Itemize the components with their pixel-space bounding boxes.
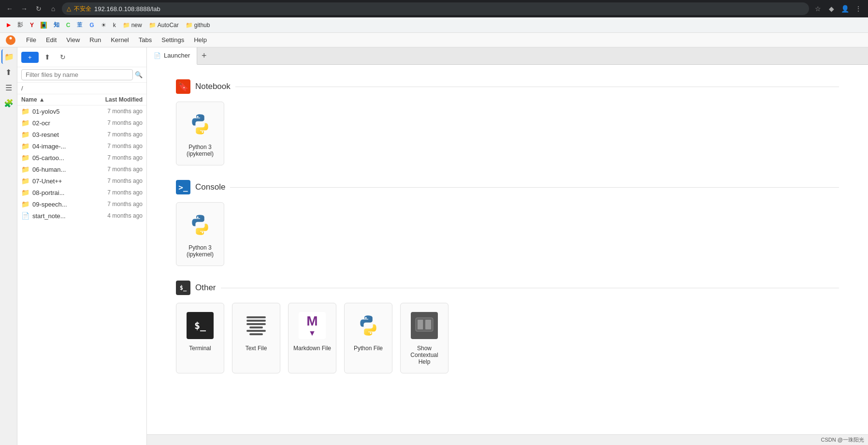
file-item[interactable]: 📁 04-image-... 7 months ago bbox=[17, 140, 146, 152]
tab-launcher[interactable]: 📄 Launcher bbox=[147, 47, 197, 65]
menu-file[interactable]: File bbox=[21, 34, 41, 45]
markdown-item[interactable]: M ▼ Markdown File bbox=[288, 303, 336, 373]
sidebar-extension-btn[interactable]: 🧩 bbox=[1, 96, 16, 110]
console-icon-glyph: >_ bbox=[178, 183, 188, 192]
home-button[interactable]: ⌂ bbox=[47, 3, 59, 15]
new-tab-button[interactable]: + bbox=[197, 49, 211, 63]
notebook-items: Python 3(ipykernel) bbox=[176, 102, 839, 165]
file-list-header: Name ▲ Last Modified bbox=[17, 94, 146, 105]
folder-icon: 📁 bbox=[149, 22, 156, 29]
bookmark-g[interactable]: G bbox=[87, 21, 97, 30]
markdown-icon: M ▼ bbox=[298, 311, 327, 340]
bookmark-label: Y bbox=[30, 22, 34, 29]
textfile-label: Text File bbox=[246, 345, 267, 352]
markdown-label: Markdown File bbox=[293, 345, 331, 352]
terminal-icon: $_ bbox=[186, 311, 215, 340]
contextual-help-icon bbox=[410, 311, 439, 340]
file-type-icon: 📁 bbox=[21, 107, 29, 115]
bookmark-c[interactable]: C bbox=[63, 21, 73, 30]
bookmark-youtube[interactable]: ▶ bbox=[4, 21, 14, 29]
breadcrumb-path: / bbox=[21, 85, 23, 92]
bookmark-github2[interactable]: 📁 github bbox=[183, 21, 213, 30]
search-input[interactable] bbox=[21, 69, 133, 80]
bookmark-m2[interactable]: k bbox=[110, 21, 119, 30]
bookmark-label: 董 bbox=[77, 21, 83, 29]
bookmark-ms[interactable]: ■ bbox=[38, 21, 50, 30]
textfile-item[interactable]: Text File bbox=[232, 303, 280, 373]
file-type-icon: 📁 bbox=[21, 119, 29, 127]
sidebar-upload-btn[interactable]: ⬆ bbox=[1, 65, 16, 79]
file-name: 06-human... bbox=[32, 166, 89, 173]
sidebar-toc-btn[interactable]: ☰ bbox=[1, 80, 16, 95]
bookmark-dong[interactable]: 董 bbox=[74, 20, 86, 30]
youtube-icon: ▶ bbox=[7, 22, 11, 28]
menu-kernel[interactable]: Kernel bbox=[106, 34, 134, 45]
reload-button[interactable]: ↻ bbox=[33, 3, 44, 15]
app-container: File Edit View Run Kernel Tabs Settings … bbox=[0, 33, 868, 445]
bookmark-label: C bbox=[66, 22, 71, 29]
file-item[interactable]: 📁 08-portrai... 7 months ago bbox=[17, 187, 146, 198]
menu-edit[interactable]: Edit bbox=[41, 34, 61, 45]
menu-button[interactable]: ⋮ bbox=[853, 3, 864, 15]
security-label: 不安全 bbox=[74, 5, 91, 13]
file-name: 01-yolov5 bbox=[32, 108, 89, 115]
menu-run[interactable]: Run bbox=[85, 34, 106, 45]
file-item[interactable]: 📁 07-Unet++ 7 months ago bbox=[17, 175, 146, 187]
terminal-label: Terminal bbox=[189, 345, 211, 352]
textfile-line3 bbox=[246, 323, 266, 325]
refresh-btn[interactable]: ↻ bbox=[56, 50, 70, 64]
address-bar[interactable]: △ 不安全 192.168.0.108:8888/lab bbox=[62, 2, 809, 15]
address-text: 192.168.0.108:8888/lab bbox=[94, 5, 160, 13]
console-section-title: >_ Console bbox=[176, 180, 839, 194]
notebook-python3-item[interactable]: Python 3(ipykernel) bbox=[176, 102, 224, 165]
col-date-header: Last Modified bbox=[89, 96, 143, 103]
col-name-header[interactable]: Name ▲ bbox=[21, 96, 89, 103]
file-item[interactable]: 📁 05-cartoo... 7 months ago bbox=[17, 152, 146, 163]
python-file-item[interactable]: Python File bbox=[344, 303, 392, 373]
bookmark-y[interactable]: Y bbox=[27, 21, 37, 30]
bookmark-label: 知 bbox=[54, 21, 59, 29]
menu-settings[interactable]: Settings bbox=[157, 34, 189, 45]
file-date: 7 months ago bbox=[89, 189, 143, 196]
menu-help[interactable]: Help bbox=[189, 34, 212, 45]
folder-icon: 📁 bbox=[186, 22, 193, 29]
back-button[interactable]: ← bbox=[4, 3, 15, 15]
file-item[interactable]: 📁 09-speech... 7 months ago bbox=[17, 198, 146, 210]
bookmark-ying[interactable]: 影 bbox=[14, 20, 26, 30]
file-type-icon: 📁 bbox=[21, 154, 29, 162]
profile-button[interactable]: 👤 bbox=[839, 3, 851, 15]
console-items: Python 3(ipykernel) bbox=[176, 202, 839, 266]
star-button[interactable]: ☆ bbox=[812, 3, 824, 15]
file-item[interactable]: 📁 02-ocr 7 months ago bbox=[17, 117, 146, 129]
bookmark-github[interactable]: ☀ bbox=[98, 21, 109, 30]
console-python3-item[interactable]: Python 3(ipykernel) bbox=[176, 202, 224, 266]
tab-icon: 📄 bbox=[154, 52, 161, 59]
file-type-icon: 📁 bbox=[21, 142, 29, 150]
bookmark-wenku[interactable]: 知 bbox=[51, 20, 62, 30]
upload-btn[interactable]: ⬆ bbox=[41, 50, 54, 64]
terminal-item[interactable]: $_ Terminal bbox=[176, 303, 224, 373]
file-item[interactable]: 📄 start_note... 4 months ago bbox=[17, 210, 146, 222]
file-item[interactable]: 📁 03-resnet 7 months ago bbox=[17, 129, 146, 140]
bookmark-label: new bbox=[131, 22, 142, 29]
file-type-icon: 📁 bbox=[21, 131, 29, 138]
bookmark-new[interactable]: 📁 new bbox=[120, 21, 145, 30]
menu-tabs[interactable]: Tabs bbox=[134, 34, 157, 45]
file-item[interactable]: 📁 06-human... 7 months ago bbox=[17, 163, 146, 175]
terminal-icon-text: $_ bbox=[194, 320, 206, 331]
contextual-help-label: Show Contextual Help bbox=[405, 345, 444, 365]
file-date: 7 months ago bbox=[89, 131, 143, 138]
file-item[interactable]: 📁 01-yolov5 7 months ago bbox=[17, 105, 146, 117]
markdown-arrow: M ▼ bbox=[306, 313, 318, 338]
forward-button[interactable]: → bbox=[18, 3, 30, 15]
file-list: 📁 01-yolov5 7 months ago 📁 02-ocr 7 mont… bbox=[17, 105, 146, 445]
notebook-section-icon: 🔖 bbox=[176, 79, 190, 94]
sidebar-filebrowser-btn[interactable]: 📁 bbox=[1, 49, 16, 64]
extension-button[interactable]: ◆ bbox=[825, 3, 837, 15]
menu-view[interactable]: View bbox=[61, 34, 85, 45]
jupyter-logo bbox=[4, 33, 17, 47]
new-button[interactable]: + bbox=[21, 52, 39, 63]
bookmark-autocar[interactable]: 📁 AutoCar bbox=[146, 21, 182, 30]
contextual-help-item[interactable]: Show Contextual Help bbox=[400, 303, 448, 373]
tab-label: Launcher bbox=[164, 52, 190, 59]
